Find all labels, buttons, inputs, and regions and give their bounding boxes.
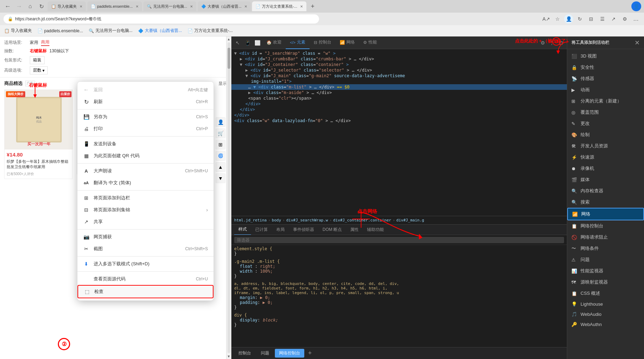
tool-webauthn[interactable]: 🔑 WebAuthn (567, 319, 644, 330)
split-icon[interactable]: ⊟ (587, 14, 596, 24)
jd-scrollbar[interactable]: ▲ ▼ (226, 36, 231, 359)
ply-select[interactable]: 层数 ▾ (30, 66, 48, 74)
styles-tab-props[interactable]: 属性 (346, 225, 363, 235)
tab-console[interactable]: ⊟ 控制台 (310, 36, 335, 49)
tool-networkcondition[interactable]: 〜 网络条件 (567, 243, 644, 254)
scenario-home[interactable]: 家用 (30, 40, 38, 46)
tab-1[interactable]: 📋 导入收藏夹 ✕ (48, 1, 86, 11)
tool-detached[interactable]: ⊞ 分离的元素（新建） (567, 95, 644, 107)
tools-close-icon[interactable]: ✕ (635, 39, 640, 47)
addr-input[interactable]: 🔒 https://search.jd.com/Search?keyword=餐… (4, 14, 319, 24)
styles-tab-style[interactable]: 样式 (234, 225, 251, 235)
nav-refresh-button[interactable]: ↻ (36, 1, 46, 11)
scroll-up-arrow[interactable]: ▲ (226, 36, 231, 42)
tool-lighthouse[interactable]: 💡 Lighthouse (567, 299, 644, 309)
bc-1[interactable]: html.jd_retina (234, 218, 267, 222)
bookmark-4[interactable]: 🔷 大赛镇（山西省晋... (138, 28, 182, 34)
dom-line-7[interactable]: ▶ <div class="m-aside" > … </div> (231, 90, 567, 95)
tool-networkconsole[interactable]: 📋 网络控制台 (567, 220, 644, 232)
new-tab-button[interactable]: + (308, 1, 318, 11)
profile-btn[interactable]: 👤 (564, 14, 573, 24)
styles-tab-layout[interactable]: 布局 (272, 225, 289, 235)
tab-3-close[interactable]: ✕ (190, 5, 193, 8)
tab-4-close[interactable]: ✕ (244, 5, 247, 8)
settings-icon[interactable]: ⚙ (620, 14, 629, 24)
tool-network[interactable]: 📶 网络 (567, 208, 644, 220)
bc-3[interactable]: div#J_searchWrap.w (286, 218, 328, 222)
styles-filter-input[interactable] (234, 237, 564, 243)
bottom-tab-networkconsole[interactable]: 网络控制台 (275, 349, 304, 358)
jd-up-icon[interactable]: ▲ (216, 162, 225, 172)
profile-icon[interactable]: 👤 (631, 1, 641, 11)
tool-memoryinspector[interactable]: 🔍 内存检查器 (567, 185, 644, 197)
devtools-icon-mobile[interactable]: 📱 (243, 38, 252, 48)
jd-user-icon[interactable]: 👤 (216, 117, 225, 127)
nav-back-button[interactable]: ← (3, 1, 13, 11)
nav-home-button[interactable]: ⌂ (25, 1, 35, 11)
share-icon[interactable]: ↗ (609, 14, 618, 24)
more-icon[interactable]: … (631, 14, 640, 24)
tab-3[interactable]: 🔍 无法用另一台电脑... ✕ (143, 1, 196, 11)
tool-changes[interactable]: ✎ 更改 (567, 118, 644, 129)
nav-forward-button[interactable]: → (14, 1, 24, 11)
tab-welcome[interactable]: 🏠 欢迎 (262, 36, 286, 49)
dt-more-icon[interactable]: ⋮ (547, 38, 556, 47)
tool-recorder[interactable]: ⏺ 录像机 (567, 163, 644, 174)
bookmark-1[interactable]: 📋 导入收藏夹 (4, 28, 32, 34)
bc-5[interactable]: div#J_main.g (396, 218, 424, 222)
devtools-icon-pointer[interactable]: ↖ (233, 38, 243, 48)
bc-4[interactable]: div#J_container.container (333, 218, 391, 222)
jd-wind-icon[interactable]: 🌀 (216, 151, 225, 161)
tool-search[interactable]: 🔍 搜索 (567, 197, 644, 208)
ctx-item-print[interactable]: 🖨 打印 Ctrl+P (77, 123, 213, 135)
styles-tab-events[interactable]: 事件侦听器 (289, 225, 318, 235)
dom-line-3[interactable]: ▶ <div id="J_selector" class="selector" … (231, 67, 567, 73)
tool-3d[interactable]: ⬛ 3D 视图 (567, 51, 644, 62)
dt-dock-icon[interactable]: ⊡ (556, 38, 565, 47)
tool-coverage[interactable]: ◎ 覆盖范围 (567, 107, 644, 118)
scroll-thumb[interactable] (228, 48, 230, 69)
dom-line-1[interactable]: ▶ <div id="J_crumbsBar" class="crumbs-ba… (231, 56, 567, 62)
ctx-item-readout[interactable]: A 大声朗读 Ctrl+Shift+U (77, 165, 213, 177)
toggle-display-icon[interactable]: 显示 (218, 81, 227, 86)
styles-tab-assist[interactable]: 辅助功能 (363, 225, 388, 235)
ctx-item-sendto[interactable]: 📱 发送到设备 (77, 138, 213, 150)
bookmark-3[interactable]: 🔍 无法用另一台电脑... (89, 28, 133, 34)
styles-tab-computed[interactable]: 已计算 (251, 225, 272, 235)
bottom-tab-issues[interactable]: 问题 (257, 349, 273, 358)
dom-line-4[interactable]: ▼ <div id="J_main" class="g-main2" sourc… (231, 73, 567, 79)
tool-quicksource[interactable]: ⚡ 快速源 (567, 152, 644, 163)
tab-5-close[interactable]: ✕ (300, 5, 303, 8)
dom-line-8[interactable]: <span class="clr"></span> (231, 95, 567, 101)
star-icon[interactable]: ☆ (553, 14, 562, 24)
scenario-commercial[interactable]: 商用 (41, 39, 49, 46)
tool-rendering[interactable]: 🎨 绘制 (567, 129, 644, 140)
dom-line-2[interactable]: ▼ <div id="J_container" class="container… (231, 62, 567, 67)
ctx-item-inspect[interactable]: ⬚ 检查 (77, 285, 213, 298)
ctx-item-qrcode[interactable]: ▦ 为此页面创建 QR 代码 (77, 150, 213, 162)
tool-issues[interactable]: ⚠ 问题 (567, 254, 644, 265)
bookmark-2[interactable]: 📄 paddlets.ensemble... (38, 28, 83, 33)
ctx-item-viewsource[interactable]: 查看页面源代码 Ctrl+U (77, 273, 213, 285)
tab-performance[interactable]: ⚙ 性能 (359, 36, 381, 49)
dom-line-6[interactable]: … ▼ <div class="m-list" > … </div> == $0 (231, 84, 567, 90)
tab-5[interactable]: 📄 万方论文查重系统-... ✕ (252, 1, 306, 11)
dom-line-11[interactable]: </div> (231, 112, 567, 118)
tab-sources[interactable] (381, 36, 389, 49)
tab-1-close[interactable]: ✕ (80, 5, 82, 8)
tab-network[interactable]: 📶 网络 (335, 36, 359, 49)
ctx-item-back[interactable]: ← 返回 Alt+向左键 (77, 84, 213, 96)
ctx-item-addtosidebar[interactable]: ⊞ 将页面添加到边栏 (77, 192, 213, 204)
tool-perfmonitor[interactable]: 📊 性能监视器 (567, 265, 644, 277)
tab-4[interactable]: 🔷 大赛镇（山西省晋... ✕ (198, 1, 251, 11)
dom-line-5[interactable]: img-install="1"> (231, 79, 567, 84)
pack-value[interactable]: 箱装 (30, 56, 45, 64)
product-card-0[interactable]: 纯木 优品 抽纸大降价 白菜价 买一次用一年 ¥14.80 织梦【多包一年装】原… (4, 89, 73, 179)
tool-cssoverview[interactable]: 📋 CSS 概述 (567, 288, 644, 299)
tool-webaudio[interactable]: 🎵 WebAudio (567, 309, 644, 319)
ctx-item-addtocollection[interactable]: ⊟ 将页面添加到集锦 › (77, 204, 213, 216)
bookmark-5[interactable]: 📄 万方论文查重系统-... (188, 28, 233, 34)
styles-tab-dombreakpoints[interactable]: DOM 断点 (318, 225, 346, 235)
jd-grid-icon[interactable]: ⊞ (216, 140, 225, 149)
ctx-item-saveas[interactable]: 💾 另存为 Ctrl+S (77, 111, 213, 123)
